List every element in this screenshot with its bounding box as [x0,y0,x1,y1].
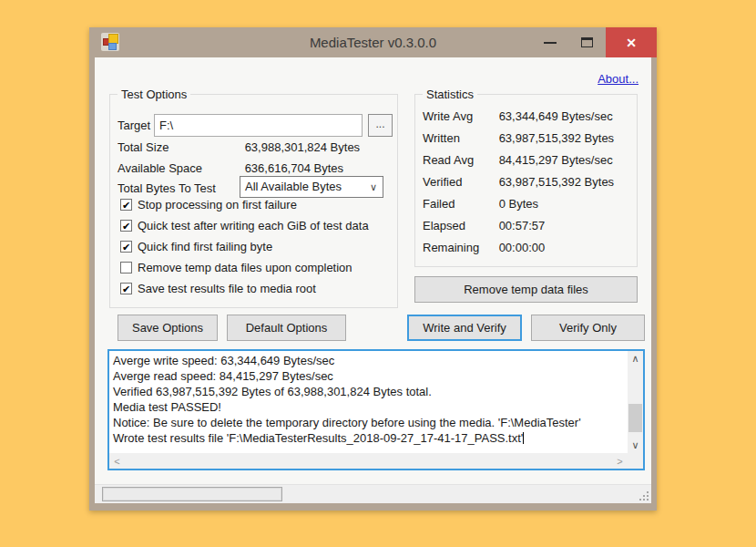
close-icon: ✕ [626,36,637,50]
stat-write-avg: Write Avg 63,344,649 Bytes/sec [423,109,633,131]
checkbox-label: Save test results file to media root [138,282,316,295]
stat-value: 0 Bytes [499,197,538,211]
statistics-legend: Statistics [423,88,477,101]
checkbox-label: Remove temp data files upon completion [138,261,352,274]
vertical-scrollbar-thumb[interactable] [628,404,642,432]
scroll-right-icon[interactable]: > [612,453,628,469]
chevron-down-icon: ∨ [370,177,377,197]
test-options-legend: Test Options [117,88,190,101]
target-row: Target F:\ ... [117,114,397,137]
stat-verified: Verified 63,987,515,392 Bytes [423,175,633,197]
total-bytes-dropdown[interactable]: All Available Bytes ∨ [240,176,383,198]
checkbox-label: Quick test after writing each GiB of tes… [138,219,369,232]
statistics-group: Statistics Write Avg 63,344,649 Bytes/se… [414,94,638,267]
minimize-icon [544,42,557,44]
log-line-text: Wrote test results file 'F:\MediaTesterR… [113,431,523,445]
stat-label: Write Avg [423,109,495,123]
checkbox-icon[interactable]: ✔ [120,220,132,232]
resize-grip[interactable] [638,490,649,501]
available-space-value: 636,616,704 Bytes [245,161,343,175]
stat-read-avg: Read Avg 84,415,297 Bytes/sec [423,153,633,175]
log-line: Media test PASSED! [113,399,624,415]
checkbox-icon[interactable]: ✔ [120,241,132,253]
scroll-up-icon[interactable]: ∧ [628,351,643,366]
stat-value: 63,987,515,392 Bytes [499,131,615,145]
stat-written: Written 63,987,515,392 Bytes [423,131,633,153]
checkbox-icon[interactable] [120,262,132,274]
client-area: About... Test Options Target F:\ ... Tot… [95,57,651,503]
scroll-left-icon[interactable]: < [109,453,125,469]
default-options-button[interactable]: Default Options [227,315,346,341]
total-size-value: 63,988,301,824 Bytes [245,140,361,154]
stat-label: Read Avg [423,153,495,167]
stat-label: Remaining [423,241,495,254]
stat-remaining: Remaining 00:00:00 [423,241,633,263]
stat-label: Verified [423,175,495,189]
minimize-button[interactable] [531,27,568,57]
stat-value: 84,415,297 Bytes/sec [499,153,613,167]
checkbox-remove-temp-on-completion[interactable]: Remove temp data files upon completion [120,261,393,282]
checkbox-quick-test-each-gib[interactable]: ✔ Quick test after writing each GiB of t… [120,219,393,240]
log-line: Averge read speed: 84,415,297 Bytes/sec [113,368,624,384]
total-size-label: Total Size [117,140,241,154]
close-button[interactable]: ✕ [606,27,657,57]
about-link[interactable]: About... [598,72,639,86]
target-input[interactable]: F:\ [154,114,363,137]
checkbox-list: ✔ Stop processing on first failure ✔ Qui… [120,198,393,303]
checkbox-save-results-to-media-root[interactable]: ✔ Save test results file to media root [120,282,393,303]
checkbox-stop-on-failure[interactable]: ✔ Stop processing on first failure [120,198,393,219]
status-bar [95,484,651,503]
total-bytes-label: Total Bytes To Test [117,181,216,195]
checkbox-label: Stop processing on first failure [138,198,297,212]
total-size-row: Total Size 63,988,301,824 Bytes [117,140,392,157]
log-text[interactable]: Averge write speed: 63,344,649 Bytes/sec… [109,351,628,453]
scroll-down-icon[interactable]: ∨ [628,438,643,453]
statistics-body: Write Avg 63,344,649 Bytes/sec Written 6… [423,109,633,263]
save-options-button[interactable]: Save Options [117,315,218,341]
log-output[interactable]: Averge write speed: 63,344,649 Bytes/sec… [107,349,645,470]
app-window: MediaTester v0.3.0.0 ✕ About... Test Opt… [89,27,657,511]
log-line: Verified 63,987,515,392 Bytes of 63,988,… [113,384,624,399]
available-space-label: Available Space [117,161,241,175]
maximize-button[interactable] [568,27,606,57]
checkbox-icon[interactable]: ✔ [120,283,132,294]
stat-label: Written [423,131,495,145]
write-and-verify-button[interactable]: Write and Verify [407,315,522,341]
total-bytes-selected: All Available Bytes [245,180,342,193]
progress-bar [102,487,282,501]
test-options-group: Test Options Target F:\ ... Total Size 6… [109,94,398,308]
verify-only-button[interactable]: Verify Only [531,315,645,341]
maximize-icon [581,37,593,47]
vertical-scrollbar[interactable]: ∧ ∨ [628,351,643,453]
stat-elapsed: Elapsed 00:57:57 [423,219,633,241]
stat-value: 00:00:00 [499,241,546,254]
desktop: { "window": { "title": "MediaTester v0.3… [0,0,756,547]
target-label: Target [117,119,150,132]
log-line: Wrote test results file 'F:\MediaTesterR… [113,430,624,446]
stat-label: Elapsed [423,219,495,232]
stat-failed: Failed 0 Bytes [423,197,633,219]
stat-value: 63,344,649 Bytes/sec [499,109,613,123]
log-line: Averge write speed: 63,344,649 Bytes/sec [113,353,624,368]
browse-button[interactable]: ... [368,114,393,137]
stat-value: 00:57:57 [499,219,546,232]
window-controls: ✕ [531,27,657,57]
remove-temp-files-button[interactable]: Remove temp data files [414,276,638,303]
log-line: Notice: Be sure to delete the temporary … [113,415,624,430]
scrollbar-corner [628,453,643,469]
stat-label: Failed [423,197,495,211]
checkbox-icon[interactable]: ✔ [120,199,132,211]
horizontal-scrollbar[interactable]: < > [109,453,628,469]
title-bar[interactable]: MediaTester v0.3.0.0 ✕ [89,27,657,57]
text-caret [523,432,524,444]
checkbox-quick-find-first-failing-byte[interactable]: ✔ Quick find first failing byte [120,240,393,261]
checkbox-label: Quick find first failing byte [138,240,272,253]
stat-value: 63,987,515,392 Bytes [499,175,615,189]
